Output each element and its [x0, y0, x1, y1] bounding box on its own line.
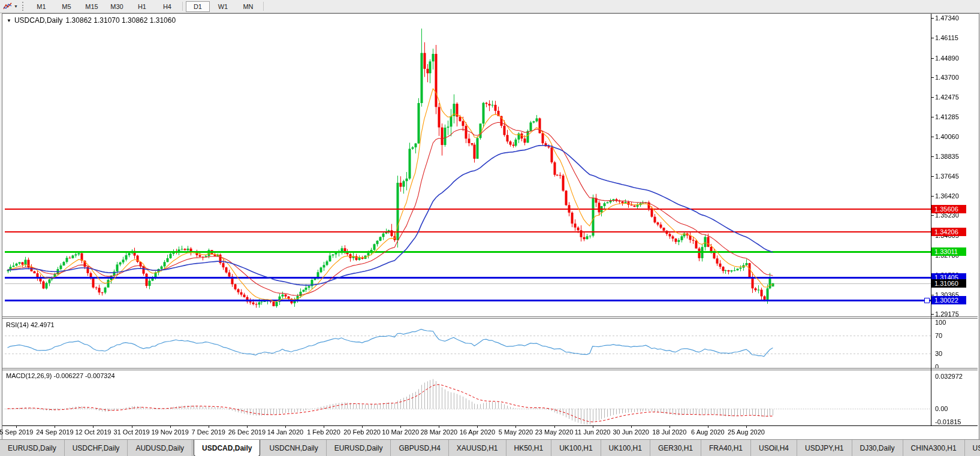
price-axis-label: 1.41285: [935, 113, 959, 120]
timeframe-button-h1[interactable]: H1: [130, 1, 154, 12]
chart-tab-uk100-h1[interactable]: UK100,H1: [601, 440, 650, 456]
level-price-badge[interactable]: 1.30022: [931, 296, 966, 304]
rsi-indicator-label: RSI(14) 42.4971: [6, 321, 55, 328]
macd-indicator-label: MACD(12,26,9) -0.006227 -0.007324: [6, 372, 115, 379]
time-axis-label: 7 Dec 2019: [192, 428, 225, 436]
level-price-badge[interactable]: 1.35606: [931, 205, 966, 213]
time-axis-tick: [400, 426, 401, 428]
price-axis-label: 1.43700: [935, 74, 959, 81]
indicators-zigzag-icon: [3, 2, 13, 10]
time-axis-tick: [708, 426, 708, 428]
chart-tab-eurusd-daily[interactable]: EURUSD,Daily: [0, 440, 65, 456]
price-axis-tick: [931, 215, 934, 216]
time-axis-tick: [132, 426, 132, 428]
timeframe-buttons: M1M5M15M30H1H4D1W1MN: [29, 1, 266, 12]
pane-separator-main-rsi[interactable]: [2, 316, 978, 319]
price-axis-tick: [931, 38, 934, 38]
chart-tab-usdjpy-h1[interactable]: USDJPY,H1: [797, 440, 852, 456]
timeframe-button-m1[interactable]: M1: [29, 1, 53, 12]
time-axis-label: 30 Jun 2020: [613, 428, 649, 436]
chart-tab-china300-h1[interactable]: CHINA300,H1: [903, 440, 965, 456]
timeframe-button-w1[interactable]: W1: [211, 1, 235, 12]
price-chart-canvas[interactable]: [5, 14, 933, 426]
chart-tab-uk100-h1[interactable]: UK100,H1: [551, 440, 601, 456]
chart-tab-fra40-h1[interactable]: FRA40,H1: [701, 440, 751, 456]
chart-symbol-period: USDCAD,Daily: [14, 16, 63, 25]
time-axis-tick: [631, 426, 632, 428]
level-price-badge[interactable]: 1.34206: [931, 228, 966, 236]
pane-separator-rsi-macd[interactable]: [2, 368, 978, 370]
price-axis-label: 1.42475: [935, 93, 959, 101]
price-axis-label: 1.46115: [935, 34, 958, 41]
rsi-axis-label: 30: [935, 350, 942, 357]
chart-window: ▼ USDCAD,Daily 1.30862 1.31070 1.30862 1…: [2, 13, 979, 440]
chart-tab-bar: EURUSD,DailyUSDCHF,DailyAUDUSD,DailyUSDC…: [0, 439, 980, 456]
rsi-axis-label: 70: [935, 332, 942, 339]
time-axis-tick: [746, 426, 747, 428]
chart-tab-audusd-daily[interactable]: AUDUSD,Daily: [128, 440, 192, 456]
time-axis-tick: [439, 426, 439, 428]
price-axis-tick: [931, 314, 934, 315]
time-axis-tick: [209, 426, 209, 428]
time-axis-tick: [324, 426, 324, 428]
time-axis-label: 19 Nov 2019: [151, 428, 188, 436]
time-axis-label: 5 May 2020: [499, 428, 533, 436]
time-axis-tick: [670, 426, 670, 428]
time-axis-tick: [362, 426, 363, 428]
timeframe-button-m5[interactable]: M5: [55, 1, 79, 12]
toolbar-separator: [263, 2, 264, 11]
chart-tab-eurusd-daily[interactable]: EURUSD,Daily: [327, 440, 391, 456]
chart-title: ▼ USDCAD,Daily 1.30862 1.31070 1.30862 1…: [7, 16, 176, 25]
indicators-button[interactable]: ▼: [0, 1, 21, 12]
price-axis-tick: [931, 58, 934, 59]
timeframe-button-h4[interactable]: H4: [155, 1, 179, 12]
chart-dropdown-icon[interactable]: ▼: [7, 18, 11, 23]
chart-tab-xauusd-h1[interactable]: XAUUSD,H1: [449, 440, 506, 456]
timeframe-button-d1[interactable]: D1: [186, 1, 210, 12]
indicators-dropdown-icon[interactable]: ▼: [14, 4, 18, 8]
timeframe-button-m15[interactable]: M15: [80, 1, 104, 12]
chart-tab-ger30-h1[interactable]: GER30,H1: [650, 440, 701, 456]
macd-axis-label: 0.032972: [935, 373, 963, 380]
time-axis-label: 1 Feb 2020: [307, 428, 340, 436]
toolbar-grip: [22, 2, 26, 11]
mt4-application-window: ▼ M1M5M15M30H1H4D1W1MN ▼ USDCAD,Daily 1.…: [0, 0, 980, 456]
macd-axis-label: 0.00: [935, 405, 948, 412]
chart-tab-usoil-h1[interactable]: USOil,H1: [965, 440, 980, 456]
horizontal-line-handle[interactable]: [924, 298, 930, 303]
price-axis-label: 1.36420: [935, 192, 959, 200]
price-axis-tick: [931, 295, 934, 295]
price-axis-tick: [931, 137, 934, 137]
timeframe-button-m30[interactable]: M30: [105, 1, 129, 12]
timeframe-toolbar: ▼ M1M5M15M30H1H4D1W1MN: [0, 0, 980, 13]
time-axis-label: 18 Jul 2020: [652, 428, 686, 436]
chart-tab-usdchf-daily[interactable]: USDCHF,Daily: [65, 440, 128, 456]
time-axis-tick: [55, 426, 55, 428]
price-axis-tick: [931, 176, 934, 177]
price-axis-tick: [931, 97, 934, 98]
price-axis-line: [931, 14, 931, 425]
time-axis-tick: [285, 426, 286, 428]
price-axis-tick: [931, 18, 934, 19]
price-axis-label: 1.40060: [935, 133, 959, 140]
price-axis-label: 1.38835: [935, 153, 959, 160]
price-axis-label: 1.44890: [935, 55, 959, 62]
time-axis-label: 31 Oct 2019: [114, 428, 150, 436]
chart-tab-dj30-daily[interactable]: DJ30,Daily: [852, 440, 903, 456]
chart-tab-usdcad-daily[interactable]: USDCAD,Daily: [194, 440, 260, 456]
time-axis[interactable]: 5 Sep 201924 Sep 201912 Oct 201931 Oct 2…: [2, 425, 978, 439]
time-axis-label: 14 Jan 2020: [267, 428, 304, 436]
price-axis-label: 1.37645: [935, 173, 959, 180]
time-axis-label: 16 Apr 2020: [460, 428, 495, 436]
timeframe-button-mn[interactable]: MN: [236, 1, 260, 12]
level-price-badge[interactable]: 1.33011: [931, 247, 966, 256]
time-axis-label: 25 Aug 2020: [728, 428, 765, 436]
time-axis-tick: [247, 426, 248, 428]
chart-tab-hk50-h1[interactable]: HK50,H1: [506, 440, 552, 456]
time-axis-tick: [593, 426, 593, 428]
chart-tab-usdcnh-daily[interactable]: USDCNH,Daily: [261, 440, 326, 456]
chart-tab-gbpusd-h4[interactable]: GBPUSD,H4: [391, 440, 448, 456]
chart-tab-usoil-h4[interactable]: USOil,H4: [751, 440, 797, 456]
time-axis-label: 23 May 2020: [535, 428, 574, 436]
time-axis-tick: [170, 426, 171, 428]
